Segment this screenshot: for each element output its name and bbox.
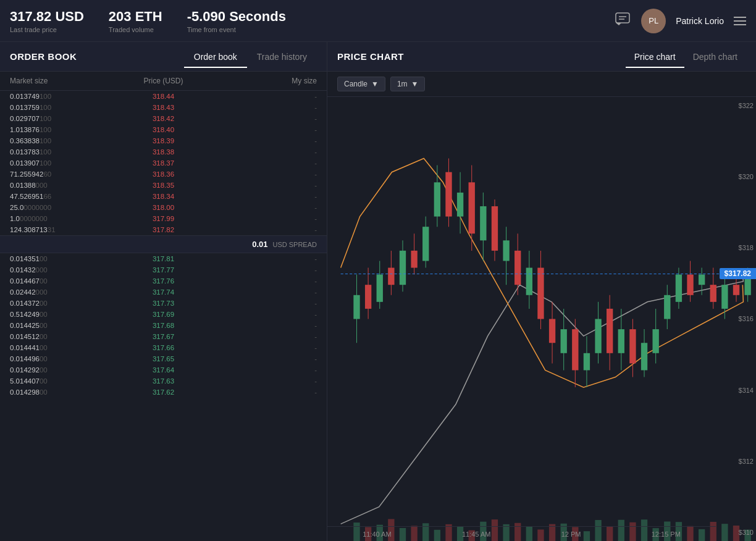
chart-area: $322$320$318$316$314$312$310 11:40 AM11:…: [327, 97, 756, 541]
candle-body: [480, 206, 486, 240]
bid-row[interactable]: 0.01442500 317.68 -: [0, 320, 327, 331]
candle-body: [503, 240, 509, 261]
ask-row[interactable]: 25.00000000 318.00 -: [0, 202, 327, 213]
last-trade-stat: 317.82 USD Last trade price: [10, 9, 84, 33]
ask-price: 318.35: [112, 182, 215, 189]
bid-row[interactable]: 0.01437200 317.73 -: [0, 298, 327, 309]
ask-market-size: 0.363838100: [10, 137, 112, 145]
candle-chevron-icon: ▼: [371, 80, 379, 88]
ask-market-size: 0.013759100: [10, 104, 112, 111]
bid-market-size: 0.01449600: [10, 355, 112, 363]
ask-row[interactable]: 0.013759100 318.43 -: [0, 102, 327, 113]
ask-row[interactable]: 71.25594260 318.36 -: [0, 169, 327, 180]
bid-row[interactable]: 0.51424900 317.69 -: [0, 309, 327, 320]
last-trade-value: 317.82 USD: [10, 9, 84, 25]
bid-row[interactable]: 0.01449600 317.65 -: [0, 353, 327, 364]
left-tab-nav: Order book Trade history: [184, 47, 317, 67]
ask-price: 318.37: [112, 159, 215, 167]
ask-row[interactable]: 0.029707100 318.42 -: [0, 113, 327, 124]
bid-row[interactable]: 0.01451200 317.67 -: [0, 331, 327, 342]
bid-row[interactable]: 0.01446700 317.76 -: [0, 275, 327, 287]
bid-row[interactable]: 0.02442000 317.74 -: [0, 287, 327, 298]
top-bar: 317.82 USD Last trade price 203 ETH Trad…: [0, 0, 756, 42]
time-from-event-value: -5.090 Seconds: [187, 9, 286, 25]
candle-body: [353, 295, 359, 319]
right-header: PRICE CHART Price chart Depth chart: [327, 42, 756, 72]
bid-row[interactable]: 5.01440700 317.63 -: [0, 375, 327, 387]
ask-market-size: 71.25594260: [10, 170, 112, 178]
candle-body: [710, 285, 716, 302]
ask-market-size: 0.01388000: [10, 182, 112, 189]
ask-price: 318.43: [112, 104, 215, 111]
candle-body: [652, 329, 658, 353]
bid-row[interactable]: 0.01435100 317.81 -: [0, 253, 327, 264]
candle-body: [549, 319, 555, 343]
traded-volume-stat: 203 ETH Traded volume: [109, 9, 162, 33]
volume-bar: [733, 526, 739, 541]
bid-row[interactable]: 0.01429800 317.62 -: [0, 387, 327, 398]
ask-price: 318.42: [112, 115, 215, 122]
ask-row[interactable]: 124.30871331 317.82 -: [0, 224, 327, 235]
ask-row[interactable]: 1.00000000 317.99 -: [0, 213, 327, 224]
candle-body: [365, 285, 371, 309]
candle-body: [469, 182, 475, 233]
bid-price: 317.64: [112, 366, 215, 374]
x-axis-label: 11:40 AM: [363, 531, 391, 538]
ask-my-size: -: [214, 148, 317, 156]
candle-body: [733, 285, 739, 295]
ask-row[interactable]: 1.013876100 318.40 -: [0, 124, 327, 135]
ask-price: 318.00: [112, 204, 215, 211]
ask-my-size: -: [214, 104, 317, 111]
ask-my-size: -: [214, 182, 317, 189]
candle-body: [526, 268, 532, 295]
candle-body: [721, 285, 728, 309]
candle-body: [664, 295, 670, 319]
candle-body: [641, 343, 647, 370]
bid-market-size: 0.01446700: [10, 277, 112, 285]
timeframe-dropdown[interactable]: 1m ▼: [390, 77, 426, 91]
user-name: Patrick Lorio: [676, 16, 724, 26]
tab-order-book[interactable]: Order book: [184, 47, 247, 67]
timeframe-chevron-icon: ▼: [411, 80, 419, 88]
hamburger-menu-button[interactable]: [734, 17, 746, 25]
bid-price: 317.62: [112, 388, 215, 396]
chat-button[interactable]: [614, 10, 631, 31]
x-axis-label: 11:45 AM: [462, 531, 490, 538]
bid-price: 317.65: [112, 355, 215, 363]
tab-price-chart[interactable]: Price chart: [626, 47, 684, 67]
ask-price: 318.38: [112, 148, 215, 156]
ask-my-size: -: [214, 137, 317, 145]
last-trade-label: Last trade price: [10, 26, 84, 33]
bid-my-size: -: [214, 288, 317, 296]
ask-row[interactable]: 0.013783100 318.38 -: [0, 146, 327, 157]
bid-row[interactable]: 0.01444100 317.66 -: [0, 342, 327, 353]
candle-body: [676, 275, 682, 302]
avatar: PL: [641, 9, 666, 33]
bid-row[interactable]: 0.01432000 317.77 -: [0, 264, 327, 275]
bid-market-size: 0.01435100: [10, 255, 112, 262]
spread-value: 0.01: [252, 240, 267, 249]
x-axis: 11:40 AM11:45 AM12 PM12:15 PM: [327, 526, 716, 541]
x-axis-label: 12 PM: [561, 531, 581, 538]
candle-body: [561, 329, 567, 353]
timeframe-label: 1m: [397, 80, 408, 88]
ask-market-size: 0.013783100: [10, 148, 112, 156]
ask-market-size: 25.00000000: [10, 204, 112, 211]
volume-bar: [721, 524, 728, 541]
tab-trade-history[interactable]: Trade history: [247, 47, 317, 67]
bid-market-size: 0.01451200: [10, 333, 112, 340]
ask-row[interactable]: 0.363838100 318.39 -: [0, 135, 327, 146]
candle-type-dropdown[interactable]: Candle ▼: [337, 77, 385, 91]
ask-row[interactable]: 0.01388000 318.35 -: [0, 180, 327, 191]
bid-my-size: -: [214, 266, 317, 274]
ask-market-size: 0.013907100: [10, 159, 112, 167]
ask-row[interactable]: 0.013749100 318.44 -: [0, 91, 327, 102]
ask-my-size: -: [214, 193, 317, 200]
tab-depth-chart[interactable]: Depth chart: [684, 47, 746, 67]
candle-body: [618, 329, 624, 353]
ask-row[interactable]: 0.013907100 318.37 -: [0, 157, 327, 169]
ask-row[interactable]: 47.52695166 318.34 -: [0, 191, 327, 202]
bid-row[interactable]: 0.01429200 317.64 -: [0, 364, 327, 375]
candle-body: [492, 206, 498, 251]
candle-body: [411, 251, 417, 268]
